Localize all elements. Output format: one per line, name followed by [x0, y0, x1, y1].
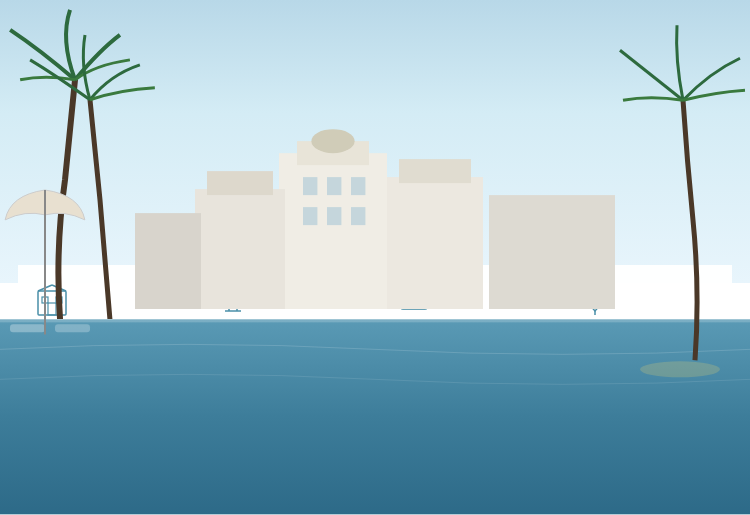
- svg-rect-4: [207, 171, 273, 195]
- svg-rect-3: [195, 189, 285, 309]
- svg-rect-0: [279, 153, 387, 309]
- buildings-silhouette: [135, 129, 615, 309]
- svg-rect-13: [327, 207, 341, 225]
- svg-rect-9: [303, 177, 317, 195]
- svg-point-16: [640, 362, 720, 378]
- svg-rect-12: [303, 207, 317, 225]
- svg-rect-14: [351, 207, 365, 225]
- page-container: BELLISSIMI DISEGNI Sample text. Click to…: [0, 0, 750, 515]
- svg-rect-5: [387, 177, 483, 309]
- svg-rect-11: [351, 177, 365, 195]
- svg-rect-8: [489, 195, 615, 309]
- svg-rect-10: [327, 177, 341, 195]
- svg-point-2: [311, 129, 354, 153]
- palm-trees-right: [615, 0, 750, 361]
- parasol-left: [0, 180, 90, 335]
- svg-rect-6: [399, 159, 471, 183]
